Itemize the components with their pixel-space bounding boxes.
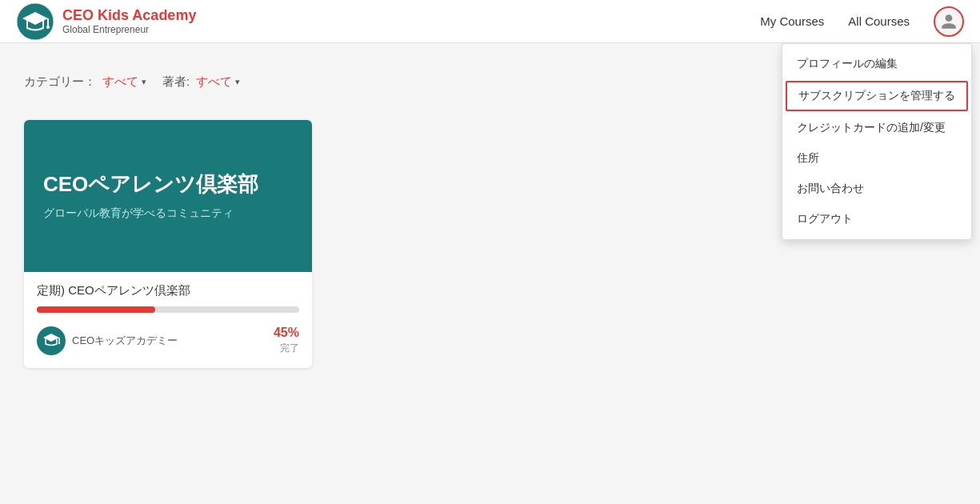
logo-text: CEO Kids Academy Global Entrepreneur [62, 7, 196, 36]
logo-subtitle: Global Entrepreneur [62, 24, 196, 35]
user-icon [940, 13, 958, 30]
course-card[interactable]: CEOペアレンツ倶楽部 グローバル教育が学べるコミュニティ 定期) CEOペアレ… [24, 120, 312, 368]
author-label: 著者: [162, 74, 190, 90]
course-meta: CEOキッズアカデミー 45% 完了 [37, 326, 299, 355]
dropdown-item-edit-profile[interactable]: プロフィールの編集 [782, 49, 971, 79]
progress-bar-fill [37, 306, 155, 313]
all-courses-link[interactable]: All Courses [848, 14, 910, 28]
site-header: CEO Kids Academy Global Entrepreneur My … [0, 0, 980, 43]
progress-bar-container [37, 306, 299, 313]
course-thumbnail: CEOペアレンツ倶楽部 グローバル教育が学べるコミュニティ [24, 120, 312, 272]
dropdown-item-manage-subscription[interactable]: サブスクリプションを管理する [786, 81, 968, 111]
course-thumbnail-subtitle: グローバル教育が学べるコミュニティ [43, 206, 234, 221]
author-name: CEOキッズアカデミー [72, 334, 178, 348]
main-nav: My Courses All Courses [760, 6, 964, 37]
author-chevron-icon: ▾ [235, 77, 240, 87]
course-card-body: 定期) CEOペアレンツ倶楽部 [24, 272, 312, 368]
course-author: CEOキッズアカデミー [37, 326, 178, 355]
author-select[interactable]: すべて ▾ [196, 74, 240, 90]
user-avatar-button[interactable] [934, 6, 964, 37]
svg-point-3 [46, 26, 50, 29]
course-thumbnail-title: CEOペアレンツ倶楽部 [43, 171, 258, 198]
course-title: 定期) CEOペアレンツ倶楽部 [37, 283, 299, 298]
my-courses-link[interactable]: My Courses [760, 14, 824, 28]
author-logo [37, 326, 66, 355]
author-filter-group: 著者: すべて ▾ [162, 74, 240, 90]
dropdown-item-credit-card[interactable]: クレジットカードの追加/変更 [782, 113, 971, 143]
dropdown-item-address[interactable]: 住所 [782, 143, 971, 174]
completion-percent: 45% [274, 326, 299, 340]
completion-info: 45% 完了 [274, 326, 299, 355]
dropdown-item-contact[interactable]: お問い合わせ [782, 174, 971, 204]
category-label: カテゴリー： [24, 74, 96, 90]
logo-area: CEO Kids Academy Global Entrepreneur [16, 2, 196, 41]
category-filter-group: カテゴリー： すべて ▾ [24, 74, 146, 90]
category-chevron-icon: ▾ [142, 77, 146, 87]
logo-title: CEO Kids Academy [62, 7, 196, 25]
logo-icon [16, 2, 54, 41]
completion-label: 完了 [280, 342, 299, 354]
svg-point-6 [58, 342, 60, 343]
category-select[interactable]: すべて ▾ [102, 74, 146, 90]
author-logo-icon [40, 330, 62, 352]
user-dropdown-menu: プロフィールの編集 サブスクリプションを管理する クレジットカードの追加/変更 … [782, 43, 972, 240]
dropdown-item-logout[interactable]: ログアウト [782, 204, 971, 234]
